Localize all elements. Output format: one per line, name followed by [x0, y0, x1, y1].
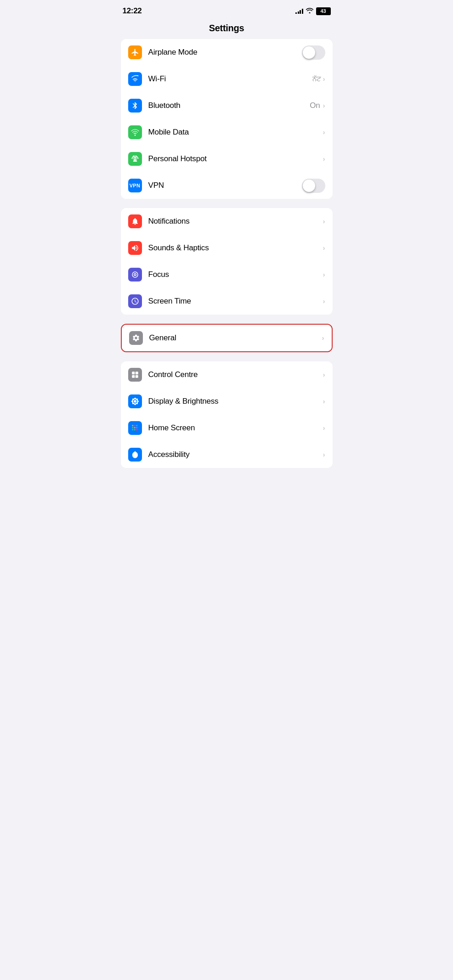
- notifications-group: Notifications › Sounds & Haptics › Focus…: [121, 208, 333, 315]
- mobile-data-row[interactable]: Mobile Data ›: [121, 119, 333, 146]
- svg-rect-2: [135, 372, 138, 374]
- svg-rect-11: [136, 427, 137, 428]
- page-title: Settings: [123, 23, 331, 34]
- svg-rect-12: [132, 429, 133, 430]
- wifi-label: Wi-Fi: [148, 74, 312, 84]
- home-screen-label: Home Screen: [148, 423, 323, 433]
- display-group: Control Centre › Display & Brightness ›: [121, 361, 333, 468]
- vpn-text: VPN: [130, 183, 141, 188]
- status-time: 12:22: [123, 6, 142, 16]
- screen-time-chevron-icon: ›: [323, 298, 325, 305]
- focus-icon: [128, 268, 142, 282]
- status-bar: 12:22 43: [113, 0, 340, 19]
- svg-rect-4: [135, 375, 138, 378]
- wifi-row[interactable]: Wi-Fi ਨੱਟ ›: [121, 66, 333, 92]
- notifications-chevron-icon: ›: [323, 218, 325, 225]
- connectivity-group: Airplane Mode Wi-Fi ਨੱਟ › Bluetooth On ›…: [121, 39, 333, 199]
- accessibility-chevron-icon: ›: [323, 451, 325, 458]
- spacer: [113, 352, 340, 361]
- vpn-row[interactable]: VPN VPN: [121, 172, 333, 199]
- control-centre-label: Control Centre: [148, 370, 323, 379]
- battery-icon: 43: [316, 7, 331, 15]
- svg-rect-6: [132, 425, 133, 426]
- page-title-container: Settings: [113, 19, 340, 39]
- home-screen-icon: [128, 421, 142, 435]
- display-brightness-row[interactable]: Display & Brightness ›: [121, 388, 333, 415]
- bluetooth-label: Bluetooth: [148, 101, 310, 110]
- bluetooth-icon: [128, 99, 142, 113]
- mobile-data-chevron-icon: ›: [323, 129, 325, 136]
- notifications-label: Notifications: [148, 217, 323, 226]
- vpn-toggle[interactable]: [302, 179, 325, 193]
- airplane-mode-row[interactable]: Airplane Mode: [121, 39, 333, 66]
- signal-bars-icon: [295, 8, 303, 14]
- svg-point-0: [135, 135, 136, 135]
- control-centre-icon: [128, 368, 142, 382]
- svg-rect-9: [132, 427, 133, 428]
- airplane-mode-label: Airplane Mode: [148, 48, 302, 57]
- svg-rect-8: [136, 425, 137, 426]
- vpn-toggle-thumb: [303, 180, 315, 192]
- display-brightness-label: Display & Brightness: [148, 397, 323, 406]
- bluetooth-value: On: [310, 101, 320, 110]
- accessibility-label: Accessibility: [148, 450, 323, 459]
- general-label: General: [149, 333, 322, 343]
- home-screen-chevron-icon: ›: [323, 424, 325, 432]
- mobile-data-label: Mobile Data: [148, 128, 323, 137]
- personal-hotspot-row[interactable]: Personal Hotspot ›: [121, 146, 333, 172]
- wifi-chevron-icon: ›: [323, 75, 325, 83]
- wifi-value: ਨੱਟ: [312, 75, 321, 83]
- svg-rect-7: [134, 425, 135, 426]
- control-centre-row[interactable]: Control Centre ›: [121, 361, 333, 388]
- svg-rect-14: [136, 429, 137, 430]
- control-centre-chevron-icon: ›: [323, 371, 325, 378]
- sounds-haptics-row[interactable]: Sounds & Haptics ›: [121, 235, 333, 261]
- accessibility-row[interactable]: Accessibility ›: [121, 441, 333, 468]
- personal-hotspot-icon: [128, 152, 142, 166]
- notifications-row[interactable]: Notifications ›: [121, 208, 333, 235]
- bluetooth-chevron-icon: ›: [323, 102, 325, 109]
- svg-rect-1: [132, 372, 135, 374]
- bluetooth-row[interactable]: Bluetooth On ›: [121, 92, 333, 119]
- screen-time-label: Screen Time: [148, 297, 323, 306]
- personal-hotspot-chevron-icon: ›: [323, 155, 325, 163]
- general-icon: [129, 331, 143, 345]
- svg-rect-10: [134, 427, 135, 428]
- svg-rect-3: [132, 375, 135, 378]
- wifi-status-icon: [306, 7, 313, 15]
- vpn-label: VPN: [148, 181, 302, 190]
- screen-time-icon: [128, 294, 142, 308]
- focus-chevron-icon: ›: [323, 271, 325, 278]
- display-brightness-icon: [128, 394, 142, 408]
- status-icons: 43: [295, 7, 331, 15]
- vpn-icon: VPN: [128, 179, 142, 192]
- focus-row[interactable]: Focus ›: [121, 261, 333, 288]
- airplane-mode-toggle[interactable]: [302, 45, 325, 60]
- svg-rect-13: [134, 429, 135, 430]
- sounds-haptics-label: Sounds & Haptics: [148, 243, 323, 253]
- focus-label: Focus: [148, 270, 323, 279]
- general-group: General ›: [121, 324, 333, 352]
- sounds-haptics-chevron-icon: ›: [323, 244, 325, 252]
- airplane-mode-icon: [128, 45, 142, 59]
- home-screen-row[interactable]: Home Screen ›: [121, 415, 333, 441]
- airplane-mode-toggle-thumb: [303, 46, 315, 59]
- display-brightness-chevron-icon: ›: [323, 398, 325, 405]
- mobile-data-icon: [128, 125, 142, 139]
- sounds-haptics-icon: [128, 241, 142, 255]
- personal-hotspot-label: Personal Hotspot: [148, 154, 323, 163]
- general-row[interactable]: General ›: [122, 325, 332, 351]
- accessibility-icon: [128, 448, 142, 462]
- wifi-icon: [128, 72, 142, 86]
- screen-time-row[interactable]: Screen Time ›: [121, 288, 333, 315]
- notifications-icon: [128, 214, 142, 228]
- general-chevron-icon: ›: [322, 334, 324, 342]
